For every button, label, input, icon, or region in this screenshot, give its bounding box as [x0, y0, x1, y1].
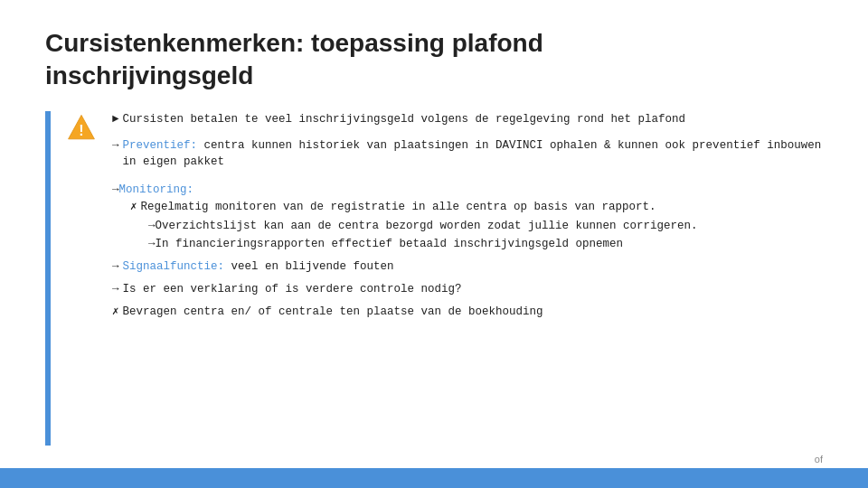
- cross-symbol-2: ✗: [112, 304, 119, 321]
- arrow-icon-verklaring: →: [112, 281, 119, 298]
- signaalfunctie-label: Signaalfunctie:: [123, 260, 225, 273]
- monitoring-sub-text-1: Regelmatig monitoren van de registratie …: [141, 199, 656, 216]
- signaalfunctie-body: veel en blijvende fouten: [224, 260, 394, 273]
- warning-icon-area: !: [67, 113, 96, 142]
- verklaring-text: Is er een verklaring of is verdere contr…: [123, 281, 462, 298]
- main-bullet-text: Cursisten betalen te veel inschrijvingsg…: [123, 113, 686, 126]
- slide-title: Cursistenkenmerken: toepassing plafond i…: [45, 27, 823, 93]
- warning-icon: !: [67, 113, 96, 142]
- monitoring-section: → Monitoring: ✗ Regelmatig monitoren van…: [112, 182, 823, 255]
- preventief-item: → Preventief: centra kunnen historiek va…: [112, 137, 823, 172]
- page-info: of: [815, 454, 823, 465]
- left-accent-bar: [45, 111, 51, 446]
- sub-sub-text-1: Overzichtslijst kan aan de centra bezorg…: [156, 218, 698, 235]
- last-partial-item: ✗ Bevragen centra en/ of centrale ten pl…: [112, 304, 823, 321]
- preventief-body: centra kunnen historiek van plaatsingen …: [123, 139, 822, 169]
- title-line2: inschrijvingsgeld: [45, 61, 253, 89]
- verklaring-item: → Is er een verklaring of is verdere con…: [112, 281, 823, 298]
- monitoring-sub-items: ✗ Regelmatig monitoren van de registrati…: [130, 199, 823, 253]
- preventief-label: Preventief:: [123, 139, 198, 152]
- monitoring-header: → Monitoring:: [112, 182, 823, 199]
- page-of-text: of: [815, 454, 823, 465]
- signaalfunctie-item: → Signaalfunctie: veel en blijvende fout…: [112, 258, 823, 276]
- monitoring-sub-sub-items: → Overzichtslijst kan aan de centra bezo…: [148, 218, 823, 254]
- title-line1: Cursistenkenmerken: toepassing plafond: [45, 29, 543, 57]
- preventief-text: Preventief: centra kunnen historiek van …: [123, 137, 823, 172]
- arrow-icon: →: [112, 137, 119, 155]
- cross-symbol-1: ✗: [130, 199, 137, 216]
- svg-text:!: !: [79, 123, 83, 138]
- main-content: ►Cursisten betalen te veel inschrijvings…: [112, 111, 823, 323]
- monitoring-sub-item-1: ✗ Regelmatig monitoren van de registrati…: [130, 199, 823, 216]
- sub-sub-item-2: → In financieringsrapporten effectief be…: [148, 236, 823, 253]
- arrow-icon-monitoring: →: [112, 182, 119, 199]
- slide: Cursistenkenmerken: toepassing plafond i…: [0, 0, 868, 488]
- sub-sub-text-2: In financieringsrapporten effectief beta…: [156, 236, 624, 253]
- bottom-bar: [0, 468, 868, 488]
- arrow-sub-2: →: [148, 236, 156, 253]
- arrow-icon-signaal: →: [112, 258, 119, 276]
- arrow-sub-1: →: [148, 218, 156, 235]
- main-bullet: ►Cursisten betalen te veel inschrijvings…: [112, 111, 823, 128]
- monitoring-label: Monitoring:: [119, 182, 194, 199]
- last-partial-text: Bevragen centra en/ of centrale ten plaa…: [123, 304, 543, 321]
- signaalfunctie-text: Signaalfunctie: veel en blijvende fouten: [123, 258, 394, 276]
- sub-sub-item-1: → Overzichtslijst kan aan de centra bezo…: [148, 218, 823, 235]
- content-area: ! ►Cursisten betalen te veel inschrijvin…: [45, 111, 823, 446]
